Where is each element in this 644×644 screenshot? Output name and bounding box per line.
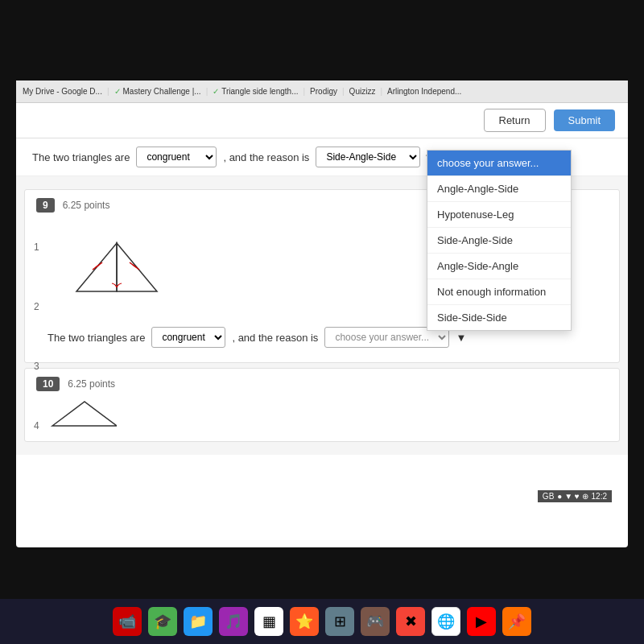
question-10-points: 6.25 points <box>68 378 115 390</box>
taskbar-files-icon[interactable]: 📁 <box>184 607 213 636</box>
taskbar-x-icon[interactable]: ✖ <box>396 607 425 636</box>
question-10-block: 10 6.25 points <box>24 368 620 442</box>
connector-bottom-label: , and the reason is <box>232 332 318 344</box>
status-time: 12:2 <box>592 492 607 501</box>
reason-dropdown-menu: choose your answer... Angle-Angle-Side H… <box>427 150 572 331</box>
status-gb: GB <box>543 492 554 501</box>
congruent-select-top[interactable]: congruent <box>136 147 217 167</box>
tab-mastery[interactable]: ✓ Mastery Challenge |... <box>114 87 201 96</box>
tab-triangle-check: ✓ <box>213 87 219 96</box>
browser-tab-bar: My Drive - Google D... | ✓ Mastery Chall… <box>16 80 628 103</box>
dropdown-item-nei[interactable]: Not enough information <box>427 279 571 305</box>
tab-mastery-label: Mastery Challenge |... <box>123 87 201 96</box>
congruent-select-bottom[interactable]: congruent <box>151 327 225 348</box>
reason-select-top[interactable]: Side-Angle-Side <box>316 147 420 167</box>
question-10-header: 10 6.25 points <box>36 377 608 391</box>
dropdown-item-sss[interactable]: Side-Side-Side <box>427 305 571 330</box>
side-label-3: 3 <box>34 361 39 372</box>
top-action-bar: Return Submit <box>16 103 628 138</box>
dropdown-item-hl[interactable]: Hypotenuse-Leg <box>427 202 571 228</box>
side-number-labels: 1 2 3 4 <box>34 242 39 431</box>
submit-button[interactable]: Submit <box>554 109 615 131</box>
taskbar-video-icon[interactable]: 📹 <box>113 607 142 636</box>
tab-triangle-label: Triangle side length... <box>221 87 298 96</box>
side-label-4: 4 <box>34 420 39 431</box>
triangles-svg <box>52 227 181 308</box>
side-label-1: 1 <box>34 242 39 253</box>
dropdown-item-aas[interactable]: Angle-Angle-Side <box>427 176 571 202</box>
svg-line-3 <box>96 262 102 267</box>
tab-quizizz[interactable]: Quizizz <box>349 87 376 96</box>
tab-quizizz-label: Quizizz <box>349 87 376 96</box>
taskbar-edu-icon[interactable]: 🎓 <box>148 607 177 636</box>
return-button[interactable]: Return <box>484 109 546 132</box>
taskbar-apps-icon[interactable]: ⊞ <box>325 607 354 636</box>
connector-top-label: , and the reason is <box>223 151 309 163</box>
tab-mastery-check: ✓ <box>114 87 121 96</box>
dropdown-arrow-bottom: ▼ <box>456 332 466 344</box>
question-9-number: 9 <box>36 198 55 213</box>
status-bar: GB ● ▼ ♥ ⊕ 12:2 <box>538 490 612 502</box>
taskbar-chrome-icon[interactable]: 🌐 <box>431 607 460 636</box>
dropdown-item-choose[interactable]: choose your answer... <box>427 151 571 176</box>
prompt-top-label: The two triangles are <box>32 151 130 163</box>
dropdown-item-asa[interactable]: Angle-Side-Angle <box>427 254 571 279</box>
taskbar-game-icon[interactable]: 🎮 <box>361 607 390 636</box>
taskbar: 📹 🎓 📁 🎵 ▦ ⭐ ⊞ 🎮 ✖ 🌐 ▶ 📌 <box>0 599 644 644</box>
tab-triangle[interactable]: ✓ Triangle side length... <box>213 87 298 96</box>
svg-marker-6 <box>52 402 117 426</box>
taskbar-extra-icon[interactable]: 📌 <box>502 607 531 636</box>
prompt-bottom-label: The two triangles are <box>47 332 145 344</box>
taskbar-yt-icon[interactable]: ▶ <box>467 607 496 636</box>
question-9-points: 6.25 points <box>63 200 110 211</box>
taskbar-qr-icon[interactable]: ▦ <box>254 607 283 636</box>
tab-mydrive-label: My Drive - Google D... <box>23 87 102 96</box>
taskbar-music-icon[interactable]: 🎵 <box>219 607 248 636</box>
tab-prodigy[interactable]: Prodigy <box>310 87 337 96</box>
question-10-triangle <box>36 398 117 430</box>
question-10-number: 10 <box>36 377 60 391</box>
status-icons: ● ▼ ♥ ⊕ <box>557 492 588 501</box>
taskbar-star-icon[interactable]: ⭐ <box>290 607 319 636</box>
tab-mydrive[interactable]: My Drive - Google D... <box>23 87 102 96</box>
dropdown-item-sas[interactable]: Side-Angle-Side <box>427 228 571 254</box>
tab-prodigy-label: Prodigy <box>310 87 337 96</box>
side-label-2: 2 <box>34 301 39 312</box>
tab-arlington[interactable]: Arlington Independ... <box>387 87 461 96</box>
tab-arlington-label: Arlington Independ... <box>387 87 461 96</box>
